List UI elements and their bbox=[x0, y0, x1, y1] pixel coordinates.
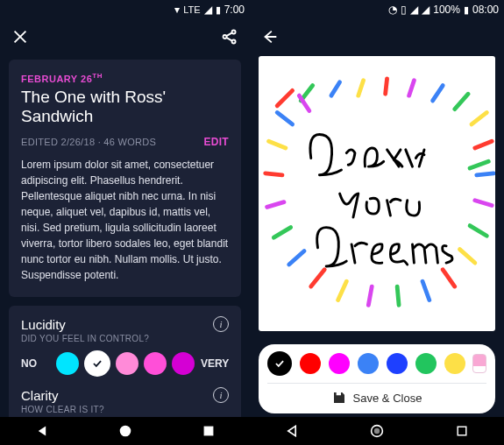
nav-home-icon[interactable] bbox=[117, 423, 133, 439]
nav-bar bbox=[250, 417, 504, 445]
color-swatch[interactable] bbox=[387, 353, 408, 374]
clock: 7:00 bbox=[224, 4, 245, 16]
color-swatch[interactable] bbox=[415, 353, 437, 374]
clarity-heading: Clarity bbox=[21, 388, 59, 403]
color-swatch[interactable] bbox=[267, 351, 292, 376]
entry-body: Lorem ipsum dolor sit amet, consectetuer… bbox=[21, 157, 229, 283]
nav-recent-icon[interactable] bbox=[454, 423, 470, 439]
drawing-screen: ◔ ▯ ◢ ◢ 100% ▮ 08:00 bbox=[250, 0, 504, 445]
svg-point-6 bbox=[374, 428, 380, 434]
clock: 08:00 bbox=[472, 4, 499, 16]
nav-back-icon[interactable] bbox=[284, 423, 300, 439]
color-swatch[interactable] bbox=[84, 350, 110, 377]
dnd-icon: ◔ bbox=[388, 4, 397, 16]
cell-icon: ◢ bbox=[204, 4, 212, 16]
color-swatch[interactable] bbox=[172, 352, 195, 375]
signal-icon: LTE bbox=[183, 4, 200, 15]
share-icon[interactable] bbox=[220, 27, 239, 50]
svg-point-0 bbox=[223, 35, 226, 39]
color-swatch[interactable] bbox=[56, 352, 79, 375]
svg-point-2 bbox=[232, 39, 236, 43]
app-bar bbox=[0, 19, 250, 58]
eraser-tool[interactable] bbox=[472, 354, 486, 373]
save-close-button[interactable]: Save & Close bbox=[267, 384, 486, 405]
lucidity-heading: Lucidity bbox=[21, 317, 66, 332]
color-swatch[interactable] bbox=[300, 353, 321, 374]
status-bar: ▾ LTE ◢ ▮ 7:00 bbox=[0, 0, 250, 19]
svg-point-3 bbox=[120, 426, 130, 435]
entry-date: FEBRUARY 26TH bbox=[21, 72, 229, 84]
nav-home-icon[interactable] bbox=[369, 423, 385, 439]
clarity-question: HOW CLEAR IS IT? bbox=[21, 405, 229, 414]
nav-back-icon[interactable] bbox=[34, 423, 50, 439]
status-bar: ◔ ▯ ◢ ◢ 100% ▮ 08:00 bbox=[250, 0, 504, 19]
color-swatch[interactable] bbox=[444, 353, 465, 374]
svg-rect-4 bbox=[204, 427, 213, 435]
svg-rect-7 bbox=[458, 427, 466, 435]
info-icon[interactable]: i bbox=[213, 387, 229, 403]
battery-icon: ▮ bbox=[216, 4, 221, 16]
signal-icon: ◢ bbox=[410, 4, 418, 16]
color-swatch[interactable] bbox=[116, 352, 138, 375]
drawing-canvas[interactable] bbox=[259, 56, 495, 331]
nav-bar bbox=[0, 417, 250, 445]
entry-card: FEBRUARY 26TH The One with Ross' Sandwic… bbox=[9, 60, 241, 297]
entry-meta: EDITED 2/26/18 · 46 WORDS bbox=[21, 137, 156, 147]
color-swatch[interactable] bbox=[329, 353, 350, 374]
dream-detail-screen: ▾ LTE ◢ ▮ 7:00 FEBRUARY 26TH The One wit… bbox=[0, 0, 250, 445]
lucidity-high: VERY bbox=[201, 357, 229, 370]
lucidity-question: DID YOU FEEL IN CONTROL? bbox=[21, 334, 229, 343]
battery-pct: 100% bbox=[433, 4, 460, 16]
app-bar bbox=[250, 19, 504, 58]
nav-recent-icon[interactable] bbox=[201, 423, 217, 439]
battery-icon: ▮ bbox=[464, 4, 469, 16]
wifi-icon: ▾ bbox=[174, 4, 180, 16]
svg-point-1 bbox=[232, 30, 236, 33]
entry-title: The One with Ross' Sandwich bbox=[21, 88, 229, 128]
back-arrow-icon[interactable] bbox=[260, 27, 280, 50]
close-icon[interactable] bbox=[11, 27, 30, 50]
lucidity-low: NO bbox=[21, 357, 49, 370]
color-swatch[interactable] bbox=[358, 353, 379, 374]
vibrate-icon: ▯ bbox=[401, 4, 407, 16]
lucidity-scale: NO VERY bbox=[21, 350, 229, 377]
color-swatch[interactable] bbox=[144, 352, 167, 375]
color-palette: Save & Close bbox=[259, 344, 495, 413]
edit-button[interactable]: EDIT bbox=[203, 136, 229, 148]
cell-icon: ◢ bbox=[422, 4, 429, 16]
info-icon[interactable]: i bbox=[213, 316, 229, 332]
